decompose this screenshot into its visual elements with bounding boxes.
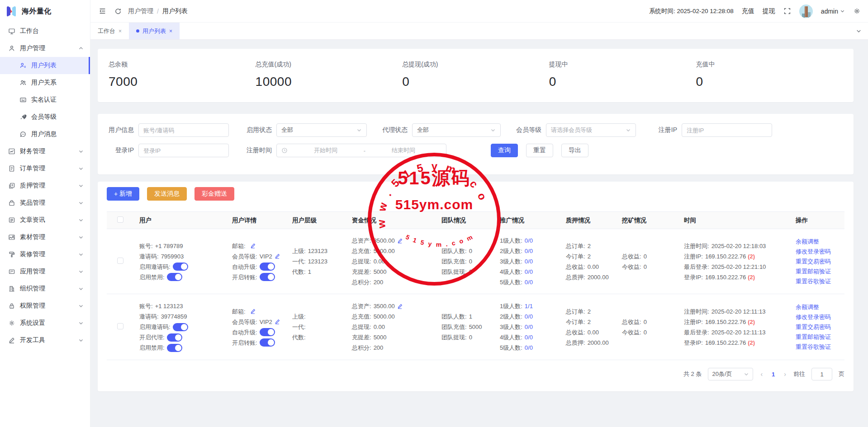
reset-trade-password-link[interactable]: 重置交易密码 <box>796 257 839 267</box>
sidebar-item-articles[interactable]: 文章资讯 <box>0 211 90 229</box>
avatar[interactable] <box>799 5 813 18</box>
balance-adjust-link[interactable]: 余额调整 <box>796 237 839 247</box>
select-all-checkbox[interactable] <box>117 216 123 223</box>
topbar-right: 系统时间: 2025-02-20 12:28:08 充值 提现 admin <box>649 5 868 18</box>
refresh-icon[interactable] <box>114 8 122 15</box>
sidebar-item-materials[interactable]: 素材管理 <box>0 229 90 246</box>
toggle-disable[interactable] <box>167 344 182 352</box>
level1-count-link[interactable]: 1/1 <box>525 301 533 311</box>
row-checkbox[interactable] <box>117 323 123 329</box>
change-login-password-link[interactable]: 修改登录密码 <box>796 247 839 257</box>
breadcrumb-parent[interactable]: 用户管理 <box>128 7 153 15</box>
sidebar-item-decoration[interactable]: 装修管理 <box>0 246 90 263</box>
next-page-button[interactable]: › <box>783 371 787 378</box>
close-icon[interactable]: × <box>169 28 172 34</box>
level4-count-link[interactable]: 0/0 <box>525 267 533 277</box>
withdraw-link[interactable]: 提现 <box>763 7 775 15</box>
reset-email-verify-link[interactable]: 重置邮箱验证 <box>796 267 839 277</box>
toggle-disable[interactable] <box>167 273 182 281</box>
sidebar-item-organization[interactable]: 组织管理 <box>0 280 90 297</box>
reset-email-verify-link[interactable]: 重置邮箱验证 <box>796 332 839 342</box>
sidebar-item-permissions[interactable]: 权限管理 <box>0 297 90 314</box>
sidebar-item-realname-auth[interactable]: 实名认证 <box>0 91 90 108</box>
close-icon[interactable]: × <box>119 28 122 34</box>
user-icon <box>8 45 15 52</box>
reset-trade-password-link[interactable]: 重置交易密码 <box>796 322 839 332</box>
sidebar-item-system-settings[interactable]: 系统设置 <box>0 314 90 332</box>
member-level-select[interactable]: 请选择会员等级 <box>546 123 636 137</box>
level2-count-link[interactable]: 0/0 <box>525 311 533 322</box>
login-ip-input[interactable] <box>138 144 229 157</box>
level3-count-link[interactable]: 0/0 <box>525 322 533 332</box>
level3-count-link[interactable]: 0/0 <box>525 256 533 267</box>
current-page[interactable]: 1 <box>770 371 777 378</box>
toggle-auto-upgrade[interactable] <box>260 328 275 336</box>
toggle-transfer[interactable] <box>260 273 275 281</box>
reset-google-verify-link[interactable]: 重置谷歌验证 <box>796 277 839 286</box>
toggle-auto-upgrade[interactable] <box>260 263 275 271</box>
user-menu[interactable]: admin <box>821 8 845 15</box>
sidebar-item-finance[interactable]: 财务管理 <box>0 143 90 160</box>
enable-status-select[interactable]: 全部 <box>276 123 367 137</box>
bonus-button[interactable]: 彩金赠送 <box>194 187 234 201</box>
chevron-down-icon <box>78 286 84 291</box>
edit-email-icon[interactable] <box>250 309 256 314</box>
sidebar-item-user-message[interactable]: 用户消息 <box>0 126 90 143</box>
edit-level-icon[interactable] <box>275 319 280 324</box>
register-time-range[interactable]: 开始时间 - 结束时间 <box>276 144 446 157</box>
tab-options-button[interactable] <box>849 23 868 39</box>
sidebar-item-prizes[interactable]: 奖品管理 <box>0 194 90 211</box>
level4-count-link[interactable]: 0/0 <box>525 332 533 343</box>
recharge-link[interactable]: 充值 <box>742 7 754 15</box>
toggle-agent[interactable] <box>167 333 182 342</box>
export-button[interactable]: 导出 <box>561 144 588 157</box>
toggle-invite-code[interactable] <box>173 263 188 271</box>
edit-assets-icon[interactable] <box>397 238 403 244</box>
send-message-button[interactable]: 发送消息 <box>147 187 187 201</box>
add-button[interactable]: + 新增 <box>107 187 139 201</box>
level5-count-link[interactable]: 0/0 <box>525 277 533 287</box>
level5-count-link[interactable]: 0/0 <box>525 343 533 353</box>
sidebar-item-user-list[interactable]: 用户列表 <box>0 57 90 74</box>
user-info-input[interactable] <box>138 123 229 137</box>
sidebar-item-pledge[interactable]: 质押管理 <box>0 177 90 194</box>
app-panel-icon <box>8 268 15 275</box>
edit-email-icon[interactable] <box>250 243 256 249</box>
sidebar-item-user-relation[interactable]: 用户关系 <box>0 74 90 91</box>
page-size-select[interactable]: 20条/页 <box>708 368 753 380</box>
sidebar-collapse-icon[interactable] <box>99 7 106 15</box>
tab-workbench[interactable]: 工作台 × <box>90 23 129 39</box>
toggle-invite-code[interactable] <box>173 323 188 331</box>
edit-assets-icon[interactable] <box>397 304 403 309</box>
agent-status-select[interactable]: 全部 <box>412 123 501 137</box>
cell-team: 团队人数:1 团队充值:5000 团队提现:0 <box>436 294 494 360</box>
sidebar-item-apps[interactable]: 应用管理 <box>0 263 90 280</box>
sidebar-item-user-mgmt[interactable]: 用户管理 <box>0 40 90 57</box>
chevron-down-icon <box>78 303 84 309</box>
stat-total-recharge: 总充值(成功) 10000 <box>256 61 403 90</box>
sidebar-item-workbench[interactable]: 工作台 <box>0 23 90 40</box>
fullscreen-icon[interactable] <box>783 7 791 15</box>
toggle-transfer[interactable] <box>260 338 275 347</box>
sidebar-item-member-level[interactable]: 会员等级 <box>0 108 90 126</box>
prev-page-button[interactable]: ‹ <box>759 371 764 378</box>
tab-user-list[interactable]: 用户列表 × <box>129 23 180 39</box>
level1-count-link[interactable]: 0/0 <box>525 235 533 246</box>
finance-chart-icon <box>8 148 15 155</box>
register-ip-input[interactable] <box>682 123 772 137</box>
search-button[interactable]: 查询 <box>491 144 518 157</box>
row-checkbox[interactable] <box>117 258 123 264</box>
change-login-password-link[interactable]: 修改登录密码 <box>796 312 839 322</box>
level2-count-link[interactable]: 0/0 <box>525 246 533 256</box>
id-card-icon <box>19 96 27 103</box>
chevron-down-icon <box>78 166 84 171</box>
goto-page-input[interactable] <box>811 368 832 380</box>
balance-adjust-link[interactable]: 余额调整 <box>796 302 839 312</box>
reset-button[interactable]: 重置 <box>526 144 553 157</box>
sidebar-item-orders[interactable]: 订单管理 <box>0 160 90 177</box>
reset-google-verify-link[interactable]: 重置谷歌验证 <box>796 342 839 352</box>
sidebar-item-dev-tools[interactable]: 开发工具 <box>0 332 90 349</box>
edit-level-icon[interactable] <box>275 253 280 259</box>
users-icon <box>19 79 27 86</box>
settings-gear-icon[interactable] <box>853 7 861 15</box>
